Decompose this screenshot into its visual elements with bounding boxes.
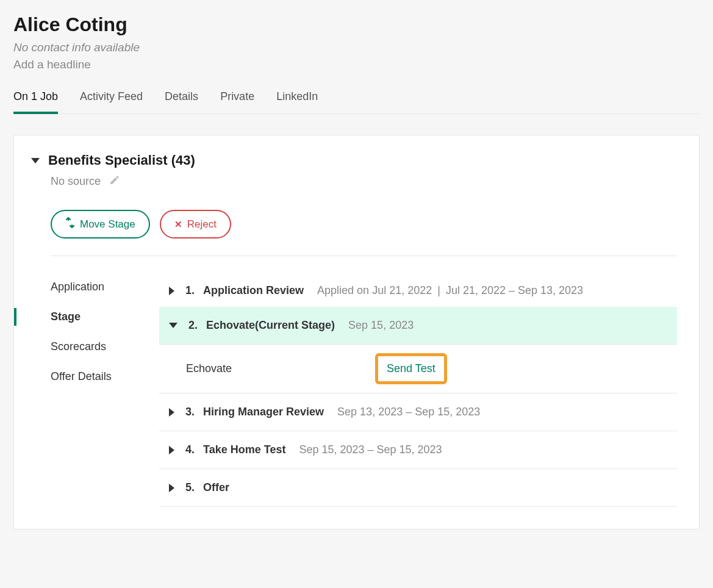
candidate-name: Alice Coting (13, 13, 700, 36)
collapse-icon (31, 158, 40, 163)
stage-meta: Sep 13, 2023 – Sep 15, 2023 (337, 406, 480, 418)
send-test-highlight: Send Test (375, 353, 447, 384)
reject-button[interactable]: ✕ Reject (160, 210, 231, 238)
tab-on-job[interactable]: On 1 Job (13, 90, 58, 114)
stage-row-hiring-manager[interactable]: 3. Hiring Manager Review Sep 13, 2023 – … (159, 393, 677, 431)
stage-meta: Applied on Jul 21, 2022 | Jul 21, 2022 –… (317, 284, 583, 297)
stage-list: 1. Application Review Applied on Jul 21,… (159, 272, 677, 507)
move-stage-button[interactable]: Move Stage (51, 210, 150, 238)
stage-sub-row: Echovate Send Test (159, 345, 677, 393)
job-title: Benefits Specialist (43) (48, 152, 195, 168)
stage-name: Application Review (203, 284, 304, 297)
reject-label: Reject (187, 218, 217, 231)
send-test-link[interactable]: Send Test (387, 362, 435, 375)
tab-activity-feed[interactable]: Activity Feed (80, 90, 143, 114)
stage-number: 5. (185, 481, 195, 494)
stage-name: Offer (203, 481, 229, 494)
sub-stage-name: Echovate (186, 362, 381, 375)
stage-name: Take Home Test (203, 443, 285, 456)
pencil-icon[interactable] (109, 174, 120, 188)
x-icon: ✕ (174, 219, 182, 230)
sidebar: Application Stage Scorecards Offer Detai… (31, 272, 159, 507)
expand-icon (169, 287, 174, 295)
stage-number: 3. (185, 406, 195, 418)
sidebar-item-offer-details[interactable]: Offer Details (31, 362, 159, 392)
stage-name: Hiring Manager Review (203, 406, 324, 418)
expand-icon (169, 484, 174, 492)
job-card: Benefits Specialist (43) No source Move … (13, 135, 700, 529)
tab-private[interactable]: Private (220, 90, 254, 114)
move-stage-label: Move Stage (80, 218, 135, 231)
contact-info-text: No contact info available (13, 41, 700, 54)
source-text: No source (51, 175, 101, 188)
move-icon (65, 217, 75, 231)
job-header[interactable]: Benefits Specialist (43) (31, 152, 677, 168)
expand-icon (169, 446, 174, 454)
collapse-icon (169, 323, 177, 328)
stage-number: 2. (188, 319, 198, 332)
stage-row-application-review[interactable]: 1. Application Review Applied on Jul 21,… (159, 272, 677, 307)
expand-icon (169, 408, 174, 417)
stage-row-echovate[interactable]: 2. Echovate(Current Stage) Sep 15, 2023 (159, 307, 677, 345)
stage-number: 1. (185, 284, 195, 297)
stage-row-take-home-test[interactable]: 4. Take Home Test Sep 15, 2023 – Sep 15,… (159, 431, 677, 469)
stage-number: 4. (185, 443, 195, 456)
sidebar-item-application[interactable]: Application (31, 272, 159, 302)
stage-meta: Sep 15, 2023 – Sep 15, 2023 (299, 443, 442, 456)
stage-meta: Sep 15, 2023 (348, 319, 414, 332)
sidebar-item-scorecards[interactable]: Scorecards (31, 332, 159, 362)
tab-details[interactable]: Details (165, 90, 198, 114)
tab-linkedin[interactable]: LinkedIn (276, 90, 318, 114)
tab-bar: On 1 Job Activity Feed Details Private L… (13, 90, 700, 114)
sidebar-item-stage[interactable]: Stage (31, 302, 159, 332)
stage-name: Echovate(Current Stage) (206, 319, 335, 332)
stage-row-offer[interactable]: 5. Offer (159, 469, 677, 507)
add-headline-link[interactable]: Add a headline (13, 58, 700, 71)
